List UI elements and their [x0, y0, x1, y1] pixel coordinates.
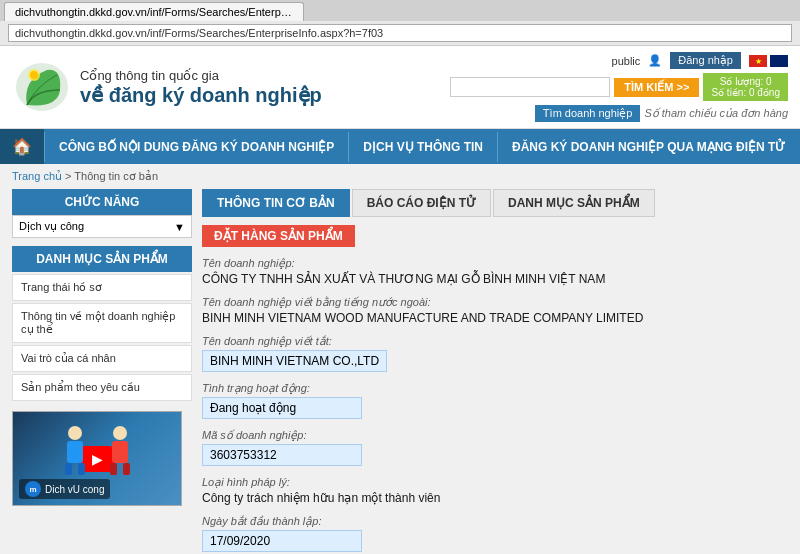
search-input[interactable]	[450, 77, 610, 97]
company-search-label: Tìm doanh nghiệp	[535, 105, 641, 122]
site-header: Cổng thông tin quốc gia về đăng ký doanh…	[0, 46, 800, 129]
login-button[interactable]: Đăng nhập	[670, 52, 741, 69]
company-search-row: Tìm doanh nghiệp Số tham chiếu của đơn h…	[535, 105, 788, 122]
sidebar-dropdown-value: Dịch vụ công	[19, 220, 84, 233]
video-m-icon: m	[25, 481, 41, 497]
ngay-thanh-lap-group: Ngày bắt đầu thành lập: 17/09/2020	[202, 515, 788, 552]
tabs-row: THÔNG TIN CƠ BẢN BÁO CÁO ĐIỆN TỬ DANH MỤ…	[202, 189, 788, 217]
main-nav: 🏠 CÔNG BỐ NỘI DUNG ĐĂNG KÝ DOANH NGHIỆP …	[0, 129, 800, 164]
logo-icon	[12, 60, 72, 115]
person-icon-1	[60, 425, 90, 475]
content-wrapper: CHỨC NĂNG Dịch vụ công ▼ DANH MỤC SẢN PH…	[0, 189, 800, 554]
tab-danh-muc-san-pham[interactable]: DANH MỤC SẢN PHẨM	[493, 189, 655, 217]
chuc-nang-header: CHỨC NĂNG	[12, 189, 192, 215]
video-title: Dich vU cong	[45, 484, 104, 495]
loai-hinh-value: Công ty trách nhiệm hữu hạn một thành vi…	[202, 491, 788, 505]
ten-doanh-nghiep-group: Tên doanh nghiệp: CÔNG TY TNHH SẢN XUẤT …	[202, 257, 788, 286]
danh-muc-header: DANH MỤC SẢN PHẨM	[12, 246, 192, 272]
ngay-thanh-lap-label: Ngày bắt đầu thành lập:	[202, 515, 788, 528]
header-main-title: về đăng ký doanh nghiệp	[80, 83, 322, 107]
logo-area: Cổng thông tin quốc gia về đăng ký doanh…	[12, 60, 322, 115]
tinh-trang-value: Đang hoạt động	[202, 397, 362, 419]
company-info-form: Tên doanh nghiệp: CÔNG TY TNHH SẢN XUẤT …	[202, 257, 788, 554]
sidebar-item-vai-tro[interactable]: Vai trò của cá nhân	[12, 345, 192, 372]
url-bar	[0, 21, 800, 46]
ten-nuoc-ngoai-label: Tên doanh nghiệp viết bằng tiếng nước ng…	[202, 296, 788, 309]
tab-bao-cao-dien-tu[interactable]: BÁO CÁO ĐIỆN TỬ	[352, 189, 491, 217]
ma-so-group: Mã số doanh nghiệp: 3603753312	[202, 429, 788, 466]
svg-point-3	[68, 426, 82, 440]
header-subtitle: Cổng thông tin quốc gia	[80, 68, 322, 83]
sidebar: CHỨC NĂNG Dịch vụ công ▼ DANH MỤC SẢN PH…	[12, 189, 192, 554]
en-flag[interactable]	[770, 55, 788, 67]
header-title: Cổng thông tin quốc gia về đăng ký doanh…	[80, 68, 322, 107]
nav-home-icon[interactable]: 🏠	[0, 129, 44, 164]
sidebar-dropdown[interactable]: Dịch vụ công ▼	[12, 215, 192, 238]
main-content: THÔNG TIN CƠ BẢN BÁO CÁO ĐIỆN TỬ DANH MỤ…	[202, 189, 788, 554]
cart-amount: Số tiền: 0 đồng	[711, 87, 780, 98]
ten-nuoc-ngoai-group: Tên doanh nghiệp viết bằng tiếng nước ng…	[202, 296, 788, 325]
nav-item-dang-ky[interactable]: ĐĂNG KÝ DOANH NGHIỆP QUA MẠNG ĐIỆN TỬ	[497, 132, 799, 162]
ma-so-value: 3603753312	[202, 444, 362, 466]
ngay-thanh-lap-value: 17/09/2020	[202, 530, 362, 552]
breadcrumb-current: Thông tin cơ bản	[74, 170, 158, 182]
nav-item-cong-bo[interactable]: CÔNG BỐ NỘI DUNG ĐĂNG KÝ DOANH NGHIỆP	[44, 132, 348, 162]
loai-hinh-label: Loại hình pháp lý:	[202, 476, 788, 489]
chevron-down-icon: ▼	[174, 221, 185, 233]
user-icon: 👤	[648, 54, 662, 67]
ten-doanh-nghiep-value: CÔNG TY TNHH SẢN XUẤT VÀ THƯƠNG MẠI GỖ B…	[202, 272, 788, 286]
tab-thong-tin-co-ban[interactable]: THÔNG TIN CƠ BẢN	[202, 189, 350, 217]
cart-area: Số lượng: 0 Số tiền: 0 đồng	[703, 73, 788, 101]
ten-viet-tat-label: Tên doanh nghiệp viết tắt:	[202, 335, 788, 348]
video-label: m Dich vU cong	[19, 479, 110, 499]
url-input[interactable]	[8, 24, 792, 42]
nav-item-dich-vu[interactable]: DỊCH VỤ THÔNG TIN	[348, 132, 497, 162]
sidebar-item-san-pham[interactable]: Sản phẩm theo yêu cầu	[12, 374, 192, 401]
company-search-hint: Số tham chiếu của đơn hàng	[644, 107, 788, 120]
ten-nuoc-ngoai-value: BINH MINH VIETNAM WOOD MANUFACTURE AND T…	[202, 311, 788, 325]
browser-tabs: dichvuthongtin.dkkd.gov.vn/inf/Forms/Sea…	[0, 0, 800, 21]
svg-point-2	[30, 71, 38, 79]
header-right: public 👤 Đăng nhập TÌM KIẾM >> Số lượng:…	[450, 52, 788, 122]
sidebar-item-thong-tin[interactable]: Thông tin về một doanh nghiệp cụ thể	[12, 303, 192, 343]
language-flags	[749, 55, 788, 67]
ten-doanh-nghiep-label: Tên doanh nghiệp:	[202, 257, 788, 270]
tinh-trang-label: Tình trạng hoạt động:	[202, 382, 788, 395]
search-row: TÌM KIẾM >> Số lượng: 0 Số tiền: 0 đồng	[450, 73, 788, 101]
svg-rect-10	[123, 463, 130, 475]
svg-rect-5	[65, 463, 72, 475]
vn-flag[interactable]	[749, 55, 767, 67]
person-icon-2	[105, 425, 135, 475]
tinh-trang-group: Tình trạng hoạt động: Đang hoạt động	[202, 382, 788, 419]
ten-viet-tat-group: Tên doanh nghiệp viết tắt: BINH MINH VIE…	[202, 335, 788, 372]
breadcrumb-separator: >	[65, 170, 74, 182]
svg-rect-6	[78, 463, 85, 475]
active-tab[interactable]: dichvuthongtin.dkkd.gov.vn/inf/Forms/Sea…	[4, 2, 304, 21]
svg-rect-8	[112, 441, 128, 463]
sidebar-item-trang-thai[interactable]: Trang thái hồ sơ	[12, 274, 192, 301]
video-thumbnail[interactable]: ▶ m Dich vU cong	[12, 411, 182, 506]
top-links: public 👤 Đăng nhập	[612, 52, 788, 69]
svg-rect-4	[67, 441, 83, 463]
dat-hang-button[interactable]: ĐẶT HÀNG SẢN PHẨM	[202, 225, 355, 247]
ma-so-label: Mã số doanh nghiệp:	[202, 429, 788, 442]
cart-quantity: Số lượng: 0	[711, 76, 780, 87]
search-button[interactable]: TÌM KIẾM >>	[614, 78, 699, 97]
breadcrumb: Trang chủ > Thông tin cơ bản	[0, 164, 800, 189]
ten-viet-tat-value: BINH MINH VIETNAM CO.,LTD	[202, 350, 387, 372]
svg-rect-9	[110, 463, 117, 475]
breadcrumb-home[interactable]: Trang chủ	[12, 170, 62, 182]
svg-point-7	[113, 426, 127, 440]
public-label: public	[612, 55, 641, 67]
loai-hinh-group: Loại hình pháp lý: Công ty trách nhiệm h…	[202, 476, 788, 505]
